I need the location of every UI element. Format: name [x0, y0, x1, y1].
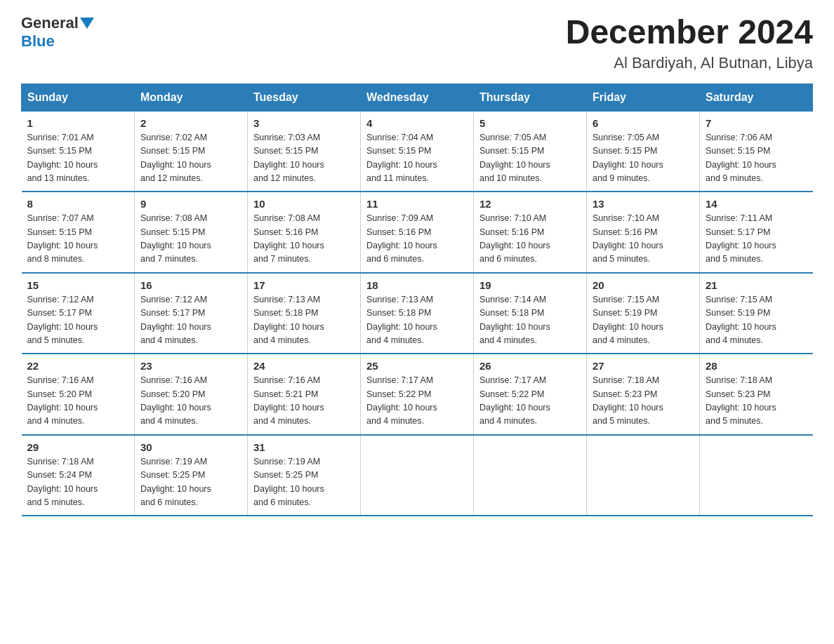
day-number: 12 [479, 198, 581, 210]
day-info: Sunrise: 7:11 AM Sunset: 5:17 PM Dayligh… [706, 212, 807, 267]
day-number: 22 [27, 360, 129, 372]
day-number: 28 [706, 360, 807, 372]
calendar-cell: 22Sunrise: 7:16 AM Sunset: 5:20 PM Dayli… [22, 354, 135, 435]
day-number: 2 [140, 117, 241, 129]
calendar-table: SundayMondayTuesdayWednesdayThursdayFrid… [21, 83, 813, 517]
day-info: Sunrise: 7:15 AM Sunset: 5:19 PM Dayligh… [593, 293, 694, 348]
day-number: 18 [366, 279, 468, 291]
day-info: Sunrise: 7:14 AM Sunset: 5:18 PM Dayligh… [479, 293, 581, 348]
weekday-header-tuesday: Tuesday [248, 83, 361, 111]
day-info: Sunrise: 7:19 AM Sunset: 5:25 PM Dayligh… [253, 455, 355, 510]
calendar-cell: 3Sunrise: 7:03 AM Sunset: 5:15 PM Daylig… [248, 111, 361, 192]
calendar-cell: 19Sunrise: 7:14 AM Sunset: 5:18 PM Dayli… [474, 273, 587, 354]
calendar-cell [587, 435, 700, 516]
day-number: 7 [706, 117, 807, 129]
day-number: 11 [366, 198, 468, 210]
weekday-header-sunday: Sunday [22, 83, 135, 111]
calendar-cell: 26Sunrise: 7:17 AM Sunset: 5:22 PM Dayli… [474, 354, 587, 435]
calendar-cell: 1Sunrise: 7:01 AM Sunset: 5:15 PM Daylig… [22, 111, 135, 192]
day-number: 21 [706, 279, 807, 291]
day-number: 29 [27, 441, 129, 453]
weekday-header-thursday: Thursday [474, 83, 587, 111]
logo-blue-text: Blue [21, 32, 55, 50]
day-info: Sunrise: 7:05 AM Sunset: 5:15 PM Dayligh… [593, 131, 694, 186]
day-info: Sunrise: 7:12 AM Sunset: 5:17 PM Dayligh… [140, 293, 241, 348]
day-number: 4 [366, 117, 468, 129]
day-info: Sunrise: 7:08 AM Sunset: 5:16 PM Dayligh… [253, 212, 355, 267]
calendar-cell [700, 435, 813, 516]
day-info: Sunrise: 7:07 AM Sunset: 5:15 PM Dayligh… [27, 212, 129, 267]
day-number: 20 [593, 279, 694, 291]
calendar-cell: 14Sunrise: 7:11 AM Sunset: 5:17 PM Dayli… [700, 192, 813, 273]
calendar-week-5: 29Sunrise: 7:18 AM Sunset: 5:24 PM Dayli… [22, 435, 813, 516]
calendar-cell: 29Sunrise: 7:18 AM Sunset: 5:24 PM Dayli… [22, 435, 135, 516]
calendar-cell: 7Sunrise: 7:06 AM Sunset: 5:15 PM Daylig… [700, 111, 813, 192]
day-info: Sunrise: 7:16 AM Sunset: 5:21 PM Dayligh… [253, 374, 355, 429]
day-info: Sunrise: 7:10 AM Sunset: 5:16 PM Dayligh… [593, 212, 694, 267]
day-number: 25 [366, 360, 468, 372]
day-number: 14 [706, 198, 807, 210]
calendar-cell: 4Sunrise: 7:04 AM Sunset: 5:15 PM Daylig… [361, 111, 474, 192]
day-number: 16 [140, 279, 241, 291]
calendar-cell: 6Sunrise: 7:05 AM Sunset: 5:15 PM Daylig… [587, 111, 700, 192]
calendar-cell: 24Sunrise: 7:16 AM Sunset: 5:21 PM Dayli… [248, 354, 361, 435]
calendar-cell: 17Sunrise: 7:13 AM Sunset: 5:18 PM Dayli… [248, 273, 361, 354]
day-info: Sunrise: 7:17 AM Sunset: 5:22 PM Dayligh… [366, 374, 468, 429]
calendar-cell: 12Sunrise: 7:10 AM Sunset: 5:16 PM Dayli… [474, 192, 587, 273]
day-info: Sunrise: 7:09 AM Sunset: 5:16 PM Dayligh… [366, 212, 468, 267]
calendar-cell: 5Sunrise: 7:05 AM Sunset: 5:15 PM Daylig… [474, 111, 587, 192]
day-info: Sunrise: 7:12 AM Sunset: 5:17 PM Dayligh… [27, 293, 129, 348]
calendar-body: 1Sunrise: 7:01 AM Sunset: 5:15 PM Daylig… [22, 111, 813, 516]
calendar-cell: 16Sunrise: 7:12 AM Sunset: 5:17 PM Dayli… [135, 273, 248, 354]
day-info: Sunrise: 7:13 AM Sunset: 5:18 PM Dayligh… [366, 293, 468, 348]
day-number: 1 [27, 117, 129, 129]
day-info: Sunrise: 7:16 AM Sunset: 5:20 PM Dayligh… [27, 374, 129, 429]
calendar-header-row: SundayMondayTuesdayWednesdayThursdayFrid… [22, 83, 813, 111]
day-info: Sunrise: 7:02 AM Sunset: 5:15 PM Dayligh… [140, 131, 241, 186]
day-number: 15 [27, 279, 129, 291]
logo-general-text: General [21, 14, 79, 32]
weekday-header-saturday: Saturday [700, 83, 813, 111]
weekday-header-friday: Friday [587, 83, 700, 111]
day-number: 23 [140, 360, 241, 372]
calendar-subtitle: Al Bardiyah, Al Butnan, Libya [566, 54, 813, 72]
day-info: Sunrise: 7:06 AM Sunset: 5:15 PM Dayligh… [706, 131, 807, 186]
calendar-cell: 9Sunrise: 7:08 AM Sunset: 5:15 PM Daylig… [135, 192, 248, 273]
calendar-cell: 25Sunrise: 7:17 AM Sunset: 5:22 PM Dayli… [361, 354, 474, 435]
calendar-cell: 23Sunrise: 7:16 AM Sunset: 5:20 PM Dayli… [135, 354, 248, 435]
day-number: 24 [253, 360, 355, 372]
day-number: 8 [27, 198, 129, 210]
calendar-cell: 13Sunrise: 7:10 AM Sunset: 5:16 PM Dayli… [587, 192, 700, 273]
day-info: Sunrise: 7:15 AM Sunset: 5:19 PM Dayligh… [706, 293, 807, 348]
weekday-header-wednesday: Wednesday [361, 83, 474, 111]
calendar-week-2: 8Sunrise: 7:07 AM Sunset: 5:15 PM Daylig… [22, 192, 813, 273]
calendar-cell: 21Sunrise: 7:15 AM Sunset: 5:19 PM Dayli… [700, 273, 813, 354]
day-number: 3 [253, 117, 355, 129]
calendar-cell: 18Sunrise: 7:13 AM Sunset: 5:18 PM Dayli… [361, 273, 474, 354]
day-number: 9 [140, 198, 241, 210]
day-info: Sunrise: 7:17 AM Sunset: 5:22 PM Dayligh… [479, 374, 581, 429]
day-info: Sunrise: 7:16 AM Sunset: 5:20 PM Dayligh… [140, 374, 241, 429]
day-info: Sunrise: 7:18 AM Sunset: 5:24 PM Dayligh… [27, 455, 129, 510]
weekday-header-monday: Monday [135, 83, 248, 111]
calendar-week-3: 15Sunrise: 7:12 AM Sunset: 5:17 PM Dayli… [22, 273, 813, 354]
day-number: 5 [479, 117, 581, 129]
calendar-cell [361, 435, 474, 516]
day-number: 10 [253, 198, 355, 210]
day-number: 27 [593, 360, 694, 372]
calendar-week-4: 22Sunrise: 7:16 AM Sunset: 5:20 PM Dayli… [22, 354, 813, 435]
day-number: 6 [593, 117, 694, 129]
day-info: Sunrise: 7:13 AM Sunset: 5:18 PM Dayligh… [253, 293, 355, 348]
calendar-cell: 20Sunrise: 7:15 AM Sunset: 5:19 PM Dayli… [587, 273, 700, 354]
day-number: 31 [253, 441, 355, 453]
title-block: December 2024 Al Bardiyah, Al Butnan, Li… [566, 14, 813, 72]
day-info: Sunrise: 7:01 AM Sunset: 5:15 PM Dayligh… [27, 131, 129, 186]
day-info: Sunrise: 7:03 AM Sunset: 5:15 PM Dayligh… [253, 131, 355, 186]
calendar-cell: 2Sunrise: 7:02 AM Sunset: 5:15 PM Daylig… [135, 111, 248, 192]
day-number: 30 [140, 441, 241, 453]
day-info: Sunrise: 7:04 AM Sunset: 5:15 PM Dayligh… [366, 131, 468, 186]
logo: General Blue [21, 14, 95, 51]
calendar-week-1: 1Sunrise: 7:01 AM Sunset: 5:15 PM Daylig… [22, 111, 813, 192]
calendar-cell: 10Sunrise: 7:08 AM Sunset: 5:16 PM Dayli… [248, 192, 361, 273]
page-header: General Blue December 2024 Al Bardiyah, … [21, 14, 813, 72]
